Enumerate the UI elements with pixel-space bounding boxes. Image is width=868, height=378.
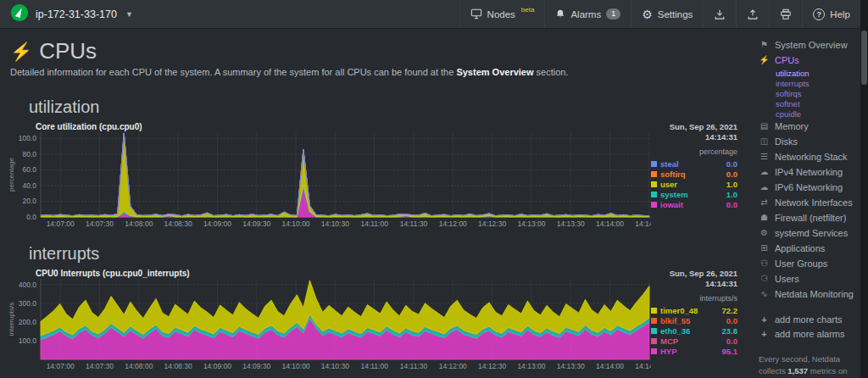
netdata-dashboard: ip-172-31-33-170 ▼ Nodes beta Alarms 1 ⚙…	[0, 0, 868, 378]
legend-swatch	[651, 328, 657, 334]
bell-icon	[555, 8, 565, 19]
legend-swatch	[651, 318, 657, 324]
svg-text:interrupts/s: interrupts/s	[8, 303, 15, 336]
sidebar-subitem-interrupts[interactable]: interrupts	[776, 79, 855, 89]
legend-series-eth0-36[interactable]: eth0_3623.8	[651, 325, 737, 336]
alarms-button[interactable]: Alarms 1	[544, 0, 631, 28]
sidebar-item-cpus[interactable]: ⚡CPUs	[759, 53, 855, 67]
system-overview-link[interactable]: System Overview	[456, 67, 533, 77]
vertical-scrollbar[interactable]	[860, 0, 868, 378]
print-button[interactable]	[769, 0, 802, 28]
scrollbar-thumb[interactable]	[861, 31, 867, 85]
network-stack-icon: ☰	[759, 150, 770, 164]
printer-icon	[780, 8, 792, 20]
chart-plot-cpu0-interrupts[interactable]: 14:07:0014:07:3014:08:0014:08:3014:09:00…	[7, 279, 651, 375]
svg-text:14:14:00: 14:14:00	[596, 362, 624, 370]
legend-swatch	[651, 161, 657, 167]
ipv6-networking-icon: ☁	[759, 181, 770, 194]
legend-series-system[interactable]: system1.0	[651, 189, 737, 199]
legend-time: 14:14:31	[651, 132, 737, 142]
legend-series-value: 72.2	[722, 306, 738, 315]
sidebar-item-label: IPv4 Networking	[775, 165, 843, 179]
chart-cpu0-interrupts: CPU0 Interrupts (cpu.cpu0_interrupts) 14…	[7, 269, 746, 375]
legend-series-name: MCP	[660, 336, 678, 346]
svg-text:200.0: 200.0	[19, 318, 37, 326]
svg-text:14:10:30: 14:10:30	[321, 362, 349, 370]
sidebar-subitem-softnet[interactable]: softnet	[776, 99, 855, 109]
svg-text:14:14:00: 14:14:00	[596, 220, 624, 228]
sidebar-item-applications[interactable]: ⊞Applications	[759, 242, 855, 255]
legend-series-name: timer0_48	[660, 306, 698, 315]
page-description: Detailed information for each CPU of the…	[10, 67, 752, 77]
legend-series-name: steal	[660, 159, 679, 169]
legend-series-blkif-55[interactable]: blkif_550.0	[651, 315, 737, 325]
legend-date: Sun, Sep 26, 2021	[651, 269, 737, 279]
svg-text:14:12:30: 14:12:30	[478, 362, 506, 370]
svg-text:40.0: 40.0	[22, 181, 36, 190]
legend-series-hyp[interactable]: HYP95.1	[651, 346, 737, 356]
help-button[interactable]: ? Help	[802, 0, 860, 28]
node-dropdown[interactable]: ip-172-31-33-170 ▼	[0, 0, 143, 28]
svg-text:percentage: percentage	[8, 157, 15, 192]
sidebar-item-label: Disks	[775, 135, 798, 148]
ipv4-networking-icon: ☁	[759, 165, 770, 179]
sidebar-item-label: Users	[775, 272, 799, 286]
legend-swatch	[651, 202, 657, 208]
legend-swatch	[651, 192, 657, 197]
svg-text:14:07:00: 14:07:00	[47, 220, 75, 228]
legend-series-value: 0.0	[726, 200, 737, 209]
sidebar-item-label: CPUs	[775, 53, 799, 67]
sidebar-item-network-interfaces[interactable]: ⇄Network Interfaces	[759, 196, 855, 209]
monitor-icon	[470, 8, 482, 19]
nodes-button[interactable]: Nodes beta	[459, 0, 545, 28]
beta-badge: beta	[521, 6, 535, 14]
sidebar-subitem-utilization[interactable]: utilization	[776, 69, 855, 79]
legend-series-timer0-48[interactable]: timer0_4872.2	[651, 305, 737, 315]
sidebar-item-ipv4-networking[interactable]: ☁IPv4 Networking	[759, 165, 855, 179]
legend-series-value: 0.0	[726, 170, 737, 179]
add-more-charts-button[interactable]: + add more charts	[759, 313, 855, 327]
sidebar-item-label: IPv6 Networking	[775, 181, 843, 194]
legend-series-mcp[interactable]: MCP0.0	[651, 336, 737, 346]
svg-text:100.0: 100.0	[19, 134, 37, 142]
svg-text:14:10:00: 14:10:00	[282, 362, 310, 370]
legend-series-value: 0.0	[726, 316, 737, 325]
sidebar-item-ipv6-networking[interactable]: ☁IPv6 Networking	[759, 181, 855, 194]
chart-title: CPU0 Interrupts (cpu.cpu0_interrupts)	[36, 269, 651, 278]
plus-icon: +	[759, 327, 770, 342]
legend-series-steal[interactable]: steal0.0	[651, 158, 737, 169]
sidebar-subitem-cpuidle[interactable]: cpuidle	[776, 109, 855, 120]
sidebar-item-systemd-services[interactable]: ⚙systemd Services	[759, 226, 855, 240]
sidebar-item-firewall-netfilter[interactable]: ☗Firewall (netfilter)	[759, 211, 855, 225]
sidebar-item-user-groups[interactable]: ⚇User Groups	[759, 257, 855, 270]
main-content: ⚡ CPUs Detailed information for each CPU…	[0, 30, 752, 378]
sidebar-item-users[interactable]: ⚆Users	[759, 272, 855, 286]
legend-series-user[interactable]: user1.0	[651, 179, 737, 189]
svg-text:14:08:30: 14:08:30	[164, 220, 192, 228]
sidebar-item-netdata-monitoring[interactable]: ∿Netdata Monitoring	[759, 287, 855, 301]
svg-text:14:13:30: 14:13:30	[557, 362, 585, 370]
legend-date: Sun, Sep 26, 2021	[651, 122, 737, 132]
sidebar-item-networking-stack[interactable]: ☰Networking Stack	[759, 150, 855, 164]
add-more-alarms-button[interactable]: + add more alarms	[759, 327, 855, 342]
legend-series-softirq[interactable]: softirq0.0	[651, 169, 737, 179]
svg-text:14:08:00: 14:08:00	[125, 220, 153, 228]
sidebar-subitem-softirqs[interactable]: softirqs	[776, 89, 855, 99]
export-snapshot-button[interactable]	[703, 0, 736, 28]
sidebar-item-system-overview[interactable]: ⚑System Overview	[759, 38, 855, 52]
sidebar-item-memory[interactable]: ▤Memory	[759, 120, 855, 133]
import-snapshot-button[interactable]	[736, 0, 769, 28]
legend-series-name: user	[660, 180, 677, 189]
settings-button[interactable]: ⚙ Settings	[631, 0, 703, 28]
chart-plot-core-utilization[interactable]: 14:07:0014:07:3014:08:0014:08:3014:09:00…	[7, 132, 651, 232]
sidebar-item-label: Networking Stack	[775, 150, 848, 164]
legend-swatch	[651, 171, 657, 177]
sidebar-item-disks[interactable]: ◫Disks	[759, 135, 855, 148]
svg-text:14:08:30: 14:08:30	[164, 362, 192, 370]
systemd-services-icon: ⚙	[759, 226, 770, 240]
svg-text:300.0: 300.0	[19, 299, 37, 308]
help-icon: ?	[813, 8, 825, 20]
node-name: ip-172-31-33-170	[36, 8, 117, 20]
legend-series-iowait[interactable]: iowait0.0	[651, 199, 737, 209]
netdata-monitoring-icon: ∿	[759, 287, 770, 301]
